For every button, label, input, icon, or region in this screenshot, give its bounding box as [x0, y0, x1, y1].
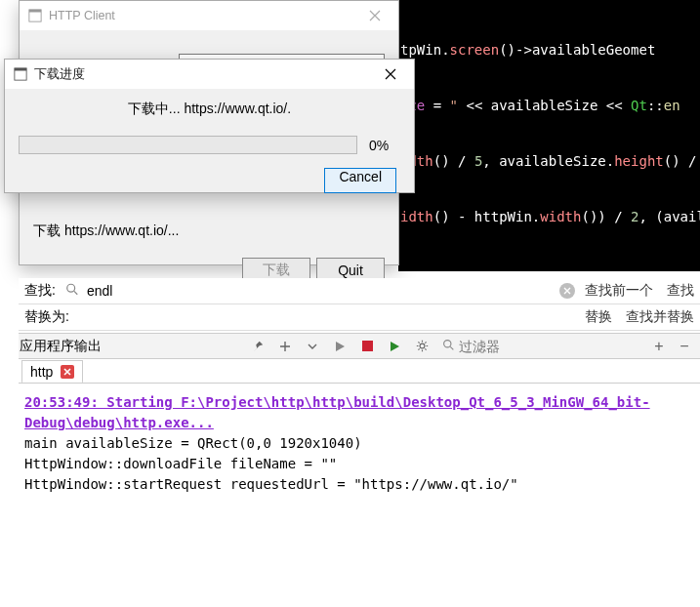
find-clear-icon[interactable]: [559, 283, 575, 299]
find-next-button[interactable]: 查找: [667, 282, 694, 300]
gear-icon[interactable]: [411, 336, 432, 357]
output-tab-label: http: [30, 364, 53, 380]
close-icon[interactable]: [368, 61, 412, 88]
filter-box: [438, 336, 643, 357]
app-icon: [13, 66, 28, 82]
progress-message: 下载中... https://www.qt.io/.: [19, 101, 400, 118]
chevron-down-icon[interactable]: [302, 336, 323, 357]
zoom-out-icon[interactable]: −: [675, 338, 694, 355]
replace-all-button[interactable]: 查找并替换: [626, 308, 694, 326]
output-line: main availableSize = QRect(0,0 1920x1040…: [24, 433, 694, 454]
output-start-line: 20:53:49: Starting F:\Project\http\http\…: [24, 392, 694, 433]
tab-close-icon[interactable]: [61, 365, 74, 379]
http-client-title: HTTP Client: [49, 9, 352, 22]
run-debug-icon[interactable]: [384, 336, 405, 357]
svg-point-4: [67, 284, 75, 292]
close-icon[interactable]: [352, 2, 396, 29]
code-editor-background: tpWin.screen()->availableGeomet ize = " …: [398, 0, 700, 271]
progress-percent: 0%: [369, 138, 400, 153]
app-icon: [27, 8, 43, 23]
svg-line-9: [450, 346, 453, 349]
output-pane-label: 应用程序输出: [20, 338, 102, 355]
replace-bar: 替换为: 替换 查找并替换: [19, 304, 700, 331]
filter-input[interactable]: [455, 337, 639, 356]
search-icon: [442, 339, 455, 354]
run-icon[interactable]: [329, 336, 350, 357]
svg-rect-3: [15, 68, 26, 71]
stop-icon[interactable]: [356, 336, 378, 357]
find-bar: 查找: 查找前一个 查找: [19, 278, 700, 304]
svg-point-8: [444, 340, 451, 346]
http-client-titlebar[interactable]: HTTP Client: [20, 1, 398, 30]
pinned-icon[interactable]: [247, 336, 268, 357]
output-line: HttpWindow::startRequest requestedUrl = …: [24, 474, 694, 495]
progress-bar: [19, 136, 357, 154]
progress-titlebar[interactable]: 下载进度: [5, 60, 414, 89]
find-input-wrapper: [63, 280, 577, 303]
cancel-button[interactable]: Cancel: [324, 168, 396, 193]
find-prev-button[interactable]: 查找前一个: [585, 282, 653, 300]
replace-input[interactable]: [77, 306, 577, 329]
replace-label: 替换为:: [24, 308, 69, 326]
search-icon: [65, 283, 79, 300]
output-line: HttpWindow::downloadFile fileName = "": [24, 454, 694, 474]
download-progress-dialog: 下载进度 下载中... https://www.qt.io/. 0% Cance…: [4, 59, 415, 193]
replace-button[interactable]: 替换: [585, 308, 612, 326]
find-input[interactable]: [63, 280, 577, 303]
output-toolbar: 应用程序输出 + −: [19, 333, 700, 359]
download-status: 下载 https://www.qt.io/...: [33, 223, 385, 240]
svg-rect-6: [362, 341, 373, 351]
output-text[interactable]: 20:53:49: Starting F:\Project\http\http\…: [19, 386, 700, 607]
output-tab-http[interactable]: http: [21, 360, 83, 384]
expand-icon[interactable]: [274, 336, 296, 357]
zoom-in-icon[interactable]: +: [649, 338, 669, 355]
svg-rect-1: [29, 10, 41, 13]
svg-point-7: [420, 344, 425, 348]
svg-line-5: [74, 291, 77, 294]
tab-baseline: [19, 383, 700, 384]
progress-title: 下载进度: [34, 66, 368, 83]
find-label: 查找:: [24, 282, 56, 300]
